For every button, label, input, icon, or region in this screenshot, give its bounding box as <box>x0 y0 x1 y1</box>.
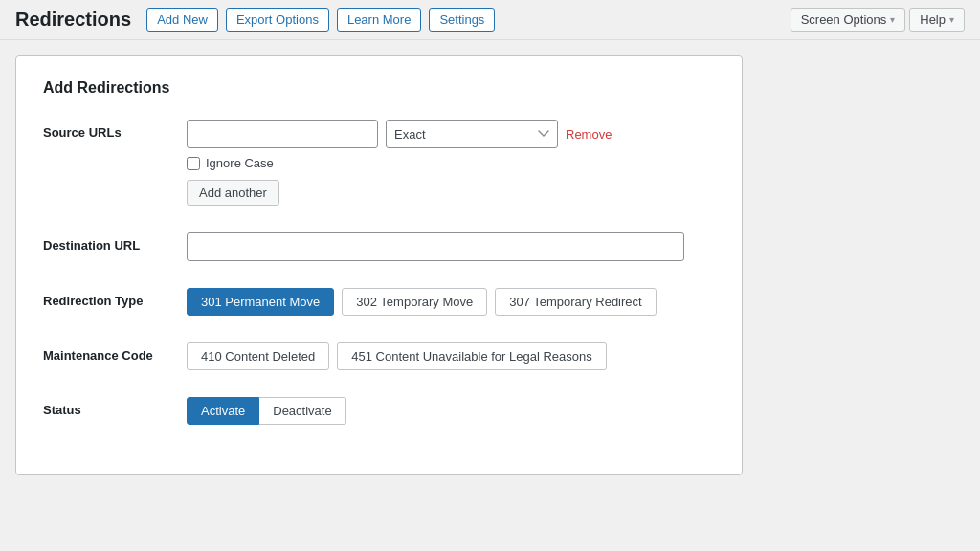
help-button[interactable]: Help ▾ <box>909 8 965 32</box>
page-title: Redirections <box>15 9 131 31</box>
settings-button[interactable]: Settings <box>429 8 495 32</box>
destination-url-controls <box>187 232 715 261</box>
learn-more-button[interactable]: Learn More <box>337 8 421 32</box>
screen-options-label: Screen Options <box>801 12 887 27</box>
add-new-button[interactable]: Add New <box>146 8 218 32</box>
type-307-button[interactable]: 307 Temporary Redirect <box>495 288 657 316</box>
top-bar-right: Screen Options ▾ Help ▾ <box>791 8 965 32</box>
status-row: Status Activate Deactivate <box>43 397 715 425</box>
add-redirections-card: Add Redirections Source URLs Exact Regex… <box>15 55 743 475</box>
deactivate-button[interactable]: Deactivate <box>259 397 345 425</box>
add-another-button[interactable]: Add another <box>187 180 279 206</box>
activate-button[interactable]: Activate <box>187 397 259 425</box>
destination-url-label: Destination URL <box>43 232 187 253</box>
destination-url-input[interactable] <box>187 232 684 261</box>
type-302-button[interactable]: 302 Temporary Move <box>342 288 487 316</box>
source-url-input[interactable] <box>187 120 378 148</box>
ignore-case-checkbox[interactable] <box>187 157 200 170</box>
source-urls-row: Source URLs Exact Regex Starts with Remo… <box>43 120 715 206</box>
content-area: Add Redirections Source URLs Exact Regex… <box>0 40 980 491</box>
ignore-case-label: Ignore Case <box>206 156 274 170</box>
ignore-case-row: Ignore Case <box>187 156 715 170</box>
code-410-button[interactable]: 410 Content Deleted <box>187 342 329 370</box>
card-title: Add Redirections <box>43 79 715 97</box>
remove-link[interactable]: Remove <box>566 127 612 142</box>
maintenance-code-row: Maintenance Code 410 Content Deleted 451… <box>43 342 715 370</box>
screen-options-button[interactable]: Screen Options ▾ <box>791 8 906 32</box>
maintenance-code-controls: 410 Content Deleted 451 Content Unavaila… <box>187 342 715 370</box>
maintenance-code-group: 410 Content Deleted 451 Content Unavaila… <box>187 342 715 370</box>
source-urls-label: Source URLs <box>43 120 187 140</box>
source-urls-controls: Exact Regex Starts with Remove Ignore Ca… <box>187 120 715 206</box>
redirection-type-label: Redirection Type <box>43 288 187 308</box>
status-button-group: Activate Deactivate <box>187 397 715 425</box>
status-label: Status <box>43 397 187 417</box>
chevron-down-icon: ▾ <box>949 14 954 25</box>
code-451-button[interactable]: 451 Content Unavailable for Legal Reason… <box>337 342 607 370</box>
help-label: Help <box>920 12 946 27</box>
export-options-button[interactable]: Export Options <box>226 8 329 32</box>
destination-url-row: Destination URL <box>43 232 715 261</box>
redirection-type-row: Redirection Type 301 Permanent Move 302 … <box>43 288 715 316</box>
redirection-type-controls: 301 Permanent Move 302 Temporary Move 30… <box>187 288 715 316</box>
source-url-input-row: Exact Regex Starts with Remove <box>187 120 715 148</box>
top-bar: Redirections Add New Export Options Lear… <box>0 0 980 40</box>
chevron-down-icon: ▾ <box>890 14 895 25</box>
match-type-select[interactable]: Exact Regex Starts with <box>386 120 558 148</box>
redirection-type-group: 301 Permanent Move 302 Temporary Move 30… <box>187 288 715 316</box>
top-bar-left: Redirections Add New Export Options Lear… <box>15 8 495 32</box>
maintenance-code-label: Maintenance Code <box>43 342 187 363</box>
status-controls: Activate Deactivate <box>187 397 715 425</box>
type-301-button[interactable]: 301 Permanent Move <box>187 288 334 316</box>
